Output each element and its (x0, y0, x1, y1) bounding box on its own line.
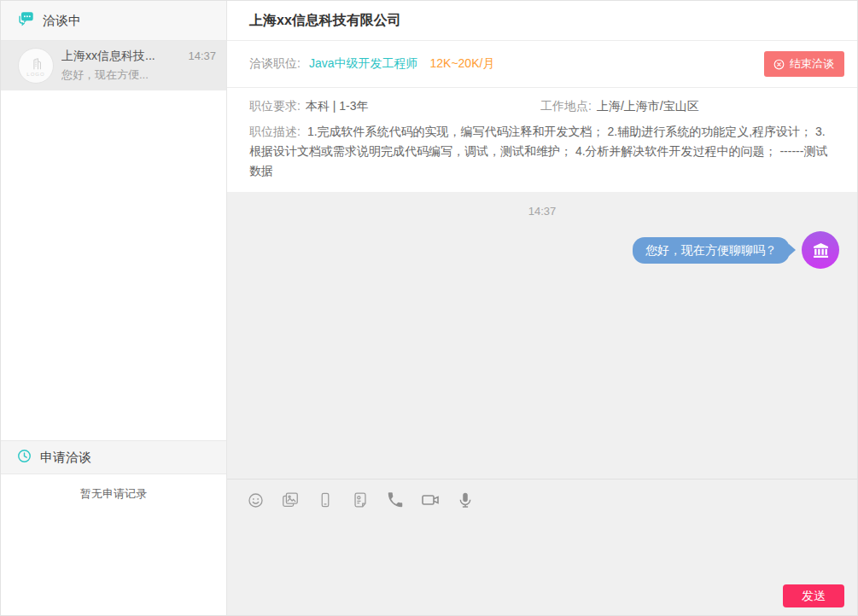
chat-bubbles-icon (16, 9, 35, 32)
company-logo-avatar: LOGO (18, 48, 54, 84)
company-title: 上海xx信息科技有限公司 (249, 12, 401, 30)
bank-icon (810, 240, 832, 261)
microphone-icon[interactable] (454, 489, 476, 511)
job-salary: 12K~20K/月 (429, 56, 494, 72)
apply-section-header: 申请洽谈 (1, 440, 226, 474)
chat-item-company-name: 上海xx信息科技... (61, 49, 155, 64)
description-label: 职位描述: (249, 125, 301, 138)
description-value: 1.完成软件系统代码的实现，编写代码注释和开发文档； 2.辅助进行系统的功能定义… (249, 125, 827, 177)
chat-message-area[interactable]: 14:37 您好，现在方便聊聊吗？ (227, 192, 857, 479)
phone-icon[interactable] (384, 489, 406, 511)
image-icon[interactable] (279, 489, 301, 511)
mobile-icon[interactable] (314, 489, 336, 511)
chat-window: 洽谈中 LOGO 上海xx信息科技... 14:37 您好，现在方便... (0, 0, 858, 616)
circle-x-icon (773, 58, 785, 71)
main-panel: 上海xx信息科技有限公司 洽谈职位: Java中级开发工程师 12K~20K/月… (227, 1, 857, 615)
building-icon (27, 55, 44, 73)
location-value: 上海/上海市/宝山区 (597, 97, 699, 114)
send-button[interactable]: 发送 (783, 584, 844, 607)
composer-toolbar (244, 489, 857, 511)
sidebar-spacer (1, 90, 226, 440)
sidebar: 洽谈中 LOGO 上海xx信息科技... 14:37 您好，现在方便... (1, 1, 227, 615)
clock-icon (16, 448, 32, 468)
message-row: 您好，现在方便聊聊吗？ (227, 231, 857, 269)
message-timestamp: 14:37 (227, 205, 857, 218)
chatting-section-header: 洽谈中 (1, 1, 226, 41)
apply-section-label: 申请洽谈 (40, 450, 91, 466)
title-bar: 上海xx信息科技有限公司 (227, 1, 857, 41)
chatting-section-label: 洽谈中 (43, 13, 81, 29)
apply-empty-text: 暂无申请记录 (1, 474, 226, 615)
message-bubble: 您好，现在方便聊聊吗？ (633, 237, 790, 264)
sender-avatar (802, 231, 839, 269)
resume-icon[interactable] (349, 489, 371, 511)
logo-placeholder-text: LOGO (26, 73, 44, 77)
emoji-icon[interactable] (244, 489, 266, 511)
composer: 发送 (227, 479, 857, 615)
job-position-value[interactable]: Java中级开发工程师 (309, 56, 418, 72)
requirement-value: 本科 | 1-3年 (306, 97, 369, 114)
job-bar: 洽谈职位: Java中级开发工程师 12K~20K/月 结束洽谈 (227, 41, 857, 88)
end-chat-button-label: 结束洽谈 (790, 56, 834, 72)
message-input[interactable] (227, 520, 857, 577)
requirement-label: 职位要求: (249, 97, 301, 114)
chat-item-time: 14:37 (188, 49, 216, 62)
location-label: 工作地点: (540, 97, 592, 114)
end-chat-button[interactable]: 结束洽谈 (764, 51, 844, 77)
job-info-section: 职位要求: 本科 | 1-3年 工作地点: 上海/上海市/宝山区 职位描述:1.… (227, 88, 857, 192)
chat-list-item[interactable]: LOGO 上海xx信息科技... 14:37 您好，现在方便... (1, 41, 226, 90)
video-icon[interactable] (419, 489, 441, 511)
job-position-label: 洽谈职位: (249, 56, 301, 72)
chat-item-preview: 您好，现在方便... (61, 67, 216, 83)
